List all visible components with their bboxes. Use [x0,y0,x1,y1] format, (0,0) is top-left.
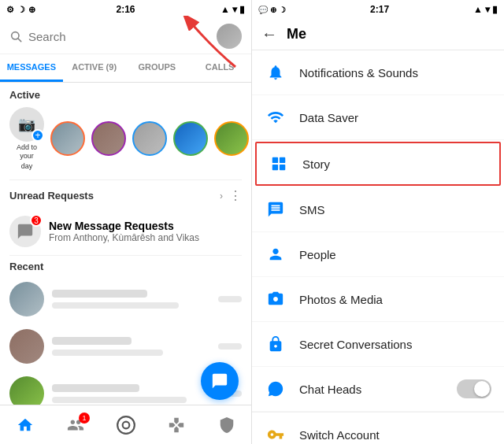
r-battery-icon: ▮ [492,4,498,15]
story-bubble-3[interactable] [132,121,167,156]
add-day-label2: day [21,162,33,171]
req-title: New Message Requests [49,220,199,232]
bell-icon [265,61,287,83]
svg-line-1 [18,39,21,42]
svg-point-3 [117,416,135,434]
nav-home[interactable] [14,414,36,436]
svg-rect-7 [272,165,278,170]
tab-calls[interactable]: CALLS [188,54,251,82]
menu-label-chat-heads: Chat Heads [299,383,444,396]
unread-requests-row[interactable]: Unread Requests › ⋮ [0,180,251,211]
story-bubble-5[interactable] [214,121,249,156]
menu-label-data-saver: Data Saver [299,111,491,124]
menu-item-notifications[interactable]: Notifications & Sounds [252,50,504,95]
camera-icon [265,288,287,310]
story-bubble-4[interactable] [173,121,208,156]
status-bar-left: ⚙ ☽ ⊕ 2:16 ▲ ▾ ▮ [0,0,251,19]
people-icon [265,243,287,265]
story-bubble-1[interactable] [50,121,85,156]
status-icons-left: ⚙ ☽ ⊕ [6,5,35,15]
chat-avatar [9,282,44,316]
status-bar-right: 💬 ⊕ ☽ 2:17 ▲ ▾ ▮ [252,0,504,19]
chat-msg-bar [52,397,187,403]
compose-fab[interactable] [201,362,239,400]
tab-groups[interactable]: GROUPS [126,54,189,82]
svg-point-4 [123,421,130,428]
story-bubble-2[interactable] [91,121,126,156]
tabs-bar: MESSAGES ACTIVE (9) GROUPS CALLS [0,54,251,83]
menu-item-switch[interactable]: Switch Account [252,413,504,444]
right-header: ← Me [252,19,504,50]
chat-msg-bar [52,302,179,309]
chat-msg-bar [52,350,163,356]
menu-item-secret[interactable]: Secret Conversations [252,322,504,367]
dots-menu-icon[interactable]: ⋮ [229,188,242,203]
tab-messages[interactable]: MESSAGES [0,54,63,82]
menu-label-photos: Photos & Media [299,293,491,306]
r-signal-icon: ▲ [473,4,483,15]
unread-chevron-icon: › [220,191,223,202]
signal-icon: ▲ [220,4,230,15]
battery-icon: ▮ [239,4,245,15]
signal-icon [265,106,287,128]
nav-camera[interactable] [115,414,137,436]
req-icon-bubble: 3 [9,216,41,247]
req-text-block: New Message Requests From Anthony, Kùmâr… [49,220,199,243]
chat-name-bar [52,384,139,392]
nav-games[interactable] [165,414,187,436]
sms-icon [265,198,287,220]
menu-item-story[interactable]: Story [255,142,501,186]
time-right: 2:17 [370,4,389,15]
chat-heads-toggle[interactable] [457,379,491,398]
status-icons-right-r: ▲ ▾ ▮ [473,4,498,15]
active-section: Active 📷 + Add to your day [0,83,251,179]
add-day-label1: Add to your [9,143,44,161]
chat-name-bar [52,337,132,345]
app-icon-3: ⊕ [28,5,35,15]
nav-people[interactable]: 1 [65,414,87,436]
chat-time-bar [218,296,242,302]
time-left: 2:16 [116,4,135,15]
add-to-day[interactable]: 📷 + Add to your day [9,107,44,170]
messenger-status-icon: 💬 [258,6,268,14]
chat-time-bar [218,343,242,350]
add-day-circle: 📷 + [9,107,44,142]
chat-heads-icon [265,378,287,400]
chat-content [52,384,210,403]
stories-row: 📷 + Add to your day [9,107,242,176]
chat-content [52,290,210,309]
bottom-nav-left: 1 [0,405,252,444]
chat-content [52,337,210,356]
bell-status-icon: ⊕ [270,6,276,14]
search-input[interactable] [28,30,210,43]
unread-requests-text: Unread Requests [9,190,94,202]
right-panel: 💬 ⊕ ☽ 2:17 ▲ ▾ ▮ ← Me Notifications & So… [252,0,504,444]
right-title: Me [287,26,306,43]
menu-item-data-saver[interactable]: Data Saver [252,95,504,140]
menu-item-chat-heads[interactable]: Chat Heads [252,367,504,412]
menu-list: Notifications & Sounds Data Saver Story … [252,50,504,444]
menu-item-people[interactable]: People [252,232,504,277]
nav-shield[interactable] [216,414,238,436]
chat-name-bar [52,290,147,298]
key-icon [265,424,287,444]
req-badge: 3 [30,214,43,227]
menu-item-photos[interactable]: Photos & Media [252,277,504,322]
menu-label-switch: Switch Account [299,428,491,442]
back-button[interactable]: ← [261,25,277,43]
new-message-request[interactable]: 3 New Message Requests From Anthony, Kùm… [0,211,251,255]
chat-item[interactable] [0,276,251,323]
menu-item-sms[interactable]: SMS [252,187,504,232]
search-bar [0,19,251,54]
svg-rect-6 [280,157,285,163]
active-label: Active [9,89,242,101]
menu-label-notifications: Notifications & Sounds [299,66,491,80]
menu-label-story: Story [302,157,488,171]
tab-active[interactable]: ACTIVE (9) [63,54,126,82]
status-icons-right: ▲ ▾ ▮ [220,4,245,15]
recent-label: Recent [0,256,251,276]
app-status-icon: ☽ [279,6,286,14]
req-subtitle: From Anthony, Kùmârêsh and Vikas [49,232,199,243]
user-avatar[interactable] [217,24,242,49]
wifi-icon: ▾ [232,4,237,15]
